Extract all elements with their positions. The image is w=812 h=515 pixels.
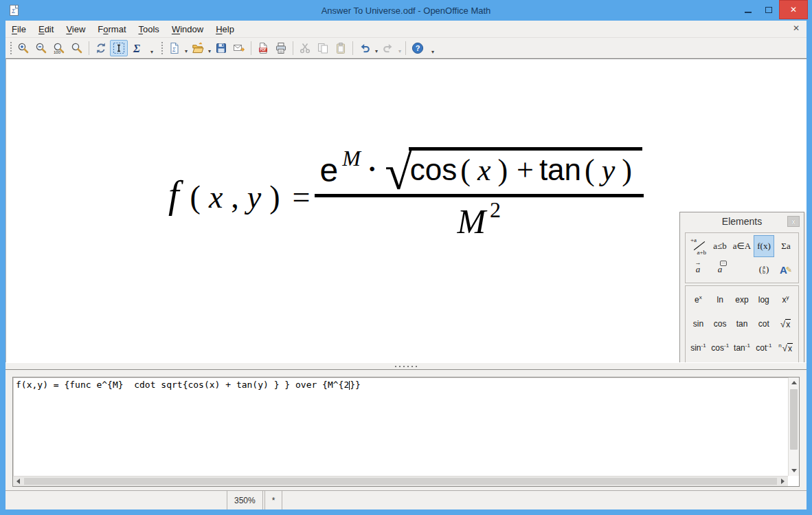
dropdown-arrow-icon[interactable]: ▾ — [208, 48, 211, 54]
function-arctan[interactable]: tan-1 — [732, 336, 753, 360]
dropdown-arrow-icon[interactable]: ▾ — [375, 48, 378, 54]
document-close-icon[interactable]: ✕ — [793, 23, 800, 33]
paste-button[interactable] — [332, 40, 350, 56]
minimize-button[interactable] — [738, 0, 758, 19]
menu-tools[interactable]: Tools — [133, 22, 166, 36]
function-e-power-x[interactable]: ex — [688, 288, 709, 311]
zoom-out-icon — [35, 42, 47, 54]
menu-view[interactable]: View — [60, 22, 91, 36]
close-button[interactable]: ✕ — [779, 0, 808, 19]
elements-categories-box: +aa+ba≤ba∈Af(x)Σa→aa···(ab)A✎ — [685, 232, 799, 283]
function-arcsin[interactable]: sin-1 — [688, 336, 709, 360]
undo-button[interactable]: ▾ — [356, 40, 374, 56]
scroll-left-icon[interactable] — [13, 476, 23, 486]
elements-panel-header[interactable]: Elements x — [680, 212, 804, 230]
help-button[interactable]: ? — [409, 40, 427, 56]
function-sin[interactable]: sin — [688, 312, 709, 336]
function-log[interactable]: log — [753, 288, 774, 311]
open-button[interactable]: ▾ — [189, 40, 207, 56]
zoom-100-button[interactable]: 100 — [50, 40, 68, 56]
category-unary-binary-operators[interactable]: +aa+b — [688, 235, 708, 257]
scroll-right-icon[interactable] — [778, 476, 788, 486]
menu-file[interactable]: File — [5, 22, 32, 36]
numerator: e M · √ cos ( x ) + tan — [315, 147, 644, 194]
copy-button[interactable] — [314, 40, 332, 56]
menu-window[interactable]: Window — [166, 22, 210, 36]
splitter-handle[interactable] — [5, 362, 807, 370]
toolbar-overflow-button[interactable]: ▾ — [429, 40, 437, 56]
new-document-icon: Σ — [168, 42, 181, 54]
category-brackets[interactable]: (ab) — [754, 259, 774, 281]
category-attributes[interactable]: →a — [688, 259, 708, 281]
formula-y: y — [247, 179, 261, 215]
zoom-out-button[interactable] — [32, 40, 50, 56]
category-operators[interactable]: Σa — [776, 235, 796, 257]
cut-button[interactable] — [296, 40, 314, 56]
toolbar-separator — [251, 41, 251, 55]
zoom-in-icon — [17, 42, 30, 54]
function-exp[interactable]: exp — [732, 288, 753, 311]
export-pdf-button[interactable]: PDF — [254, 40, 272, 56]
svg-text:?: ? — [416, 44, 420, 52]
category-functions[interactable]: f(x) — [754, 235, 774, 257]
dropdown-arrow-icon[interactable]: ▾ — [185, 48, 188, 54]
formula-cursor-icon — [113, 42, 125, 54]
command-text[interactable]: f(x,y) = {func e^{M} cdot sqrt{cos(x) + … — [14, 379, 787, 474]
function-cos[interactable]: cos — [710, 312, 731, 336]
function-x-power-y[interactable]: xy — [775, 288, 796, 311]
scroll-down-icon[interactable] — [789, 465, 799, 476]
new-document-button[interactable]: Σ▾ — [166, 40, 183, 56]
dropdown-arrow-icon[interactable]: ▾ — [398, 48, 401, 54]
formula-cursor-button[interactable] — [110, 40, 128, 56]
toolbar-grip[interactable] — [159, 41, 164, 55]
function-square-root[interactable]: √x — [775, 312, 796, 336]
menu-edit[interactable]: Edit — [32, 22, 60, 36]
print-button[interactable] — [272, 40, 290, 56]
redo-button[interactable]: ▾ — [379, 40, 397, 56]
cos-function: cos — [410, 153, 457, 186]
function-sinh[interactable]: sinh — [688, 360, 709, 362]
function-ln[interactable]: ln — [710, 288, 731, 311]
email-icon — [233, 42, 245, 54]
elements-panel: Elements x +aa+ba≤ba∈Af(x)Σa→aa···(ab)A✎… — [679, 212, 804, 362]
command-editor[interactable]: f(x,y) = {func e^{M} cdot sqrt{cos(x) + … — [12, 377, 800, 487]
category-others[interactable]: a··· — [710, 259, 730, 281]
category-formats[interactable]: A✎ — [776, 259, 796, 281]
email-button[interactable] — [230, 40, 248, 56]
vertical-scrollbar-thumb[interactable] — [790, 389, 798, 450]
formula-canvas[interactable]: f ( x , y ) = e M · √ — [5, 58, 807, 362]
function-cot[interactable]: cot — [753, 312, 774, 336]
function-coth[interactable]: coth — [753, 360, 774, 362]
maximize-button[interactable] — [758, 0, 779, 19]
toolbar-grip[interactable] — [8, 41, 13, 55]
open-paren: ( — [585, 154, 595, 187]
menu-format[interactable]: Format — [91, 22, 132, 36]
command-text-after: }} — [350, 380, 361, 390]
symbols-catalog-button[interactable]: Σ — [128, 40, 146, 56]
vertical-scrollbar[interactable] — [788, 377, 799, 476]
elements-functions-box: exlnexplogxysincostancot√xsin-1cos-1tan-… — [685, 285, 799, 362]
category-set-operations[interactable]: a∈A — [732, 235, 752, 257]
horizontal-scrollbar-thumb[interactable] — [24, 478, 777, 485]
toolbar-overflow-button[interactable]: ▾ — [148, 40, 156, 56]
function-tanh[interactable]: tanh — [732, 360, 753, 362]
menu-help[interactable]: Help — [210, 22, 240, 36]
function-arccos[interactable]: cos-1 — [710, 336, 731, 360]
zoom-in-button[interactable] — [14, 40, 32, 56]
functions-grid: exlnexplogxysincostancot√xsin-1cos-1tan-… — [688, 288, 796, 362]
svg-text:PDF: PDF — [260, 48, 267, 52]
exponent-2: 2 — [490, 197, 501, 223]
zoom-level[interactable]: 350% — [227, 491, 263, 509]
function-arccot[interactable]: cot-1 — [753, 336, 774, 360]
refresh-button[interactable] — [92, 40, 110, 56]
scroll-up-icon[interactable] — [789, 377, 799, 388]
zoom-button[interactable] — [68, 40, 86, 56]
function-nth-root[interactable]: n√x — [775, 336, 796, 360]
elements-panel-close-button[interactable]: x — [787, 216, 800, 227]
horizontal-scrollbar[interactable] — [13, 476, 788, 486]
category-relations[interactable]: a≤b — [710, 235, 730, 257]
function-absolute-value[interactable]: |x| — [775, 360, 796, 362]
save-button[interactable] — [212, 40, 230, 56]
function-cosh[interactable]: cosh — [710, 360, 731, 362]
function-tan[interactable]: tan — [732, 312, 753, 336]
